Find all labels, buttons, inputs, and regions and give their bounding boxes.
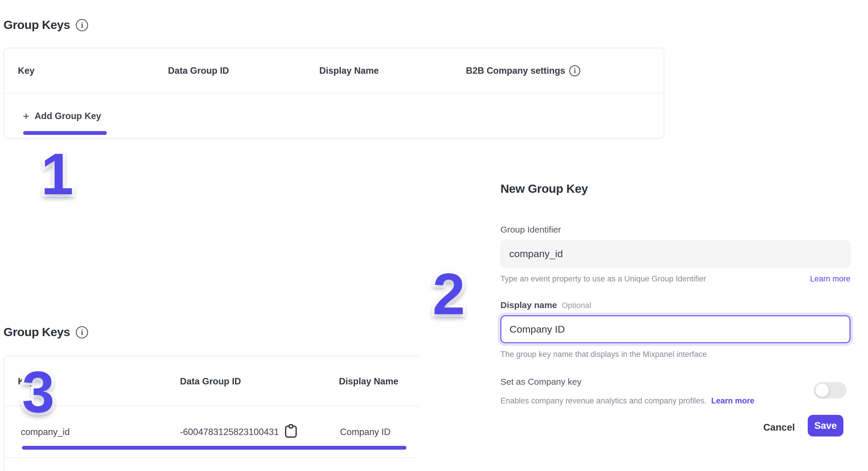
group-identifier-label: Group Identifier — [500, 225, 561, 234]
column-header-data-group-id: Data Group ID — [180, 356, 241, 406]
toggle-knob — [815, 383, 829, 397]
step-number-2: 2 — [433, 265, 465, 323]
step3-highlight-underline — [22, 446, 406, 450]
group-keys-heading-bottom: Group Keys i — [3, 325, 88, 339]
display-name-label-row: Display name Optional — [500, 300, 591, 310]
save-button[interactable]: Save — [808, 415, 843, 437]
group-identifier-input[interactable] — [500, 240, 850, 268]
group-keys-settings-page: Group Keys i Key Data Group ID Display N… — [0, 0, 868, 471]
group-identifier-helper-row: Type an event property to use as a Uniqu… — [500, 274, 850, 283]
display-name-helper: The group key name that displays in the … — [500, 350, 707, 359]
company-key-helper: Enables company revenue analytics and co… — [500, 397, 707, 405]
column-header-data-group-id: Data Group ID — [168, 48, 229, 93]
copy-icon[interactable] — [285, 424, 297, 440]
group-keys-table-empty: Key Data Group ID Display Name B2B Compa… — [3, 48, 664, 139]
step1-highlight-underline — [23, 131, 107, 135]
new-group-key-title: New Group Key — [500, 182, 588, 196]
company-key-toggle[interactable] — [814, 382, 847, 399]
info-icon-glyph: i — [81, 328, 84, 337]
info-icon[interactable]: i — [76, 19, 88, 31]
table-header-row: Key Data Group ID Display Name B2B Compa… — [4, 48, 664, 93]
info-icon[interactable]: i — [76, 326, 88, 339]
add-group-key-label: Add Group Key — [34, 111, 101, 121]
step-number-1: 1 — [41, 145, 73, 203]
company-key-label: Set as Company key — [500, 377, 582, 387]
learn-more-link[interactable]: Learn more — [810, 274, 850, 283]
company-key-helper-row: Enables company revenue analytics and co… — [500, 397, 754, 405]
info-icon-glyph: i — [574, 67, 576, 75]
display-name-label: Display name — [500, 300, 557, 310]
page-title: Group Keys — [3, 325, 70, 339]
column-header-key: Key — [18, 48, 34, 93]
info-icon[interactable]: i — [569, 65, 580, 76]
info-icon-glyph: i — [81, 21, 84, 30]
cancel-button[interactable]: Cancel — [763, 422, 795, 433]
group-identifier-helper: Type an event property to use as a Uniqu… — [500, 274, 706, 283]
column-header-display-name: Display Name — [339, 356, 398, 406]
group-keys-table-filled: Key Data Group ID Display Name company_i… — [3, 356, 419, 471]
table-row: company_id -6004783125823100431 Company … — [4, 406, 419, 458]
group-keys-heading-top: Group Keys i — [3, 18, 88, 32]
column-header-b2b-settings: B2B Company settings i — [466, 48, 580, 93]
cell-data-group-id: -6004783125823100431 — [180, 406, 297, 458]
cell-display-name: Company ID — [340, 406, 391, 458]
page-title: Group Keys — [3, 18, 70, 32]
column-header-display-name: Display Name — [319, 48, 379, 93]
display-name-input[interactable] — [500, 315, 850, 343]
learn-more-link[interactable]: Learn more — [711, 397, 754, 405]
plus-icon: + — [23, 111, 29, 122]
table-header-row: Key Data Group ID Display Name — [4, 356, 419, 406]
step-number-3: 3 — [22, 363, 55, 421]
optional-badge: Optional — [562, 301, 591, 310]
